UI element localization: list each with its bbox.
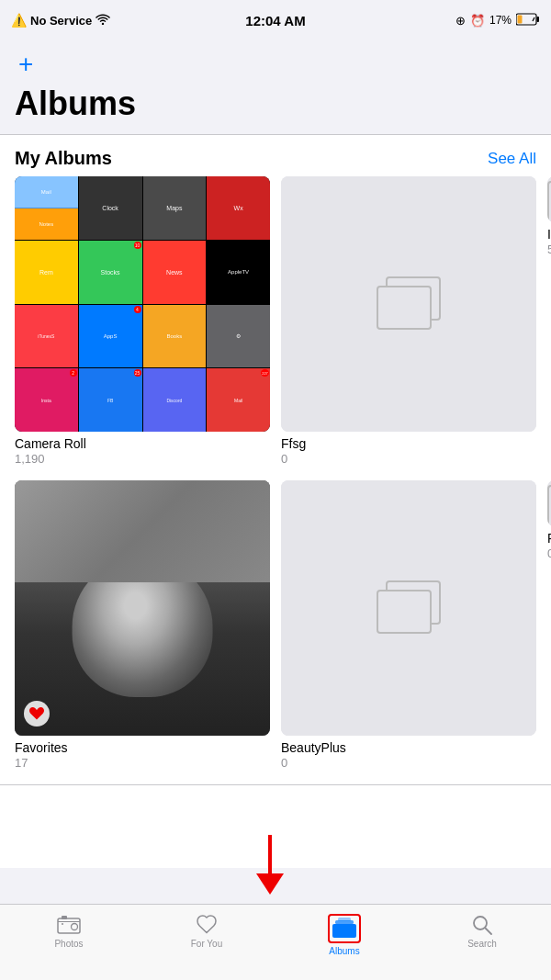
svg-rect-3	[518, 15, 523, 23]
svg-rect-2	[537, 17, 540, 22]
album-p-empty	[547, 480, 551, 526]
albums-content: My Albums See All Mail Notes Clock Maps …	[0, 135, 551, 868]
grid-cell: Rem	[15, 241, 78, 304]
grid-cell: Maps	[143, 176, 207, 240]
svg-rect-7	[58, 918, 80, 933]
tab-albums-label: Albums	[329, 946, 359, 956]
alarm-icon: ⏰	[470, 14, 485, 28]
grid-cell: 4 AppS	[79, 305, 142, 368]
tab-photos[interactable]: Photos	[37, 914, 101, 949]
album-ir-empty	[547, 176, 551, 222]
status-left: ⚠️ No Service	[11, 13, 110, 28]
albums-tab-highlight	[328, 914, 361, 943]
status-time: 12:04 AM	[245, 13, 305, 28]
album-beautyplus[interactable]: BeautyPlus 0	[281, 480, 536, 770]
grid-cell: AppleTV	[207, 241, 270, 304]
search-icon	[469, 914, 495, 936]
grid-cell: 10 Stocks	[79, 241, 142, 304]
svg-line-4	[533, 17, 534, 21]
album-camera-roll-thumb: Mail Notes Clock Maps Wx Rem 10 Stocks N…	[15, 176, 270, 432]
album-beautyplus-empty	[281, 480, 536, 736]
album-p-name: P	[547, 531, 551, 546]
tab-for-you-label: For You	[191, 939, 222, 949]
grid-cell: Clock	[79, 176, 142, 240]
album-favorites[interactable]: Favorites 17	[15, 480, 270, 770]
svg-rect-14	[338, 918, 351, 921]
svg-marker-6	[256, 873, 284, 895]
grid-cell: 227 Mail	[207, 368, 270, 432]
album-ffsg-empty	[281, 176, 536, 432]
grid-cell: Books	[143, 305, 207, 368]
albums-row-1: Mail Notes Clock Maps Wx Rem 10 Stocks N…	[15, 176, 536, 466]
album-ir-partial[interactable]: Ir 5	[547, 176, 551, 466]
tab-search-label: Search	[467, 939, 497, 949]
tab-photos-label: Photos	[54, 939, 83, 949]
my-albums-section-header: My Albums See All	[0, 135, 551, 176]
tab-for-you[interactable]: For You	[174, 914, 239, 949]
svg-rect-12	[332, 924, 356, 938]
grid-cell: Discord	[143, 368, 207, 432]
album-favorites-name: Favorites	[15, 740, 270, 755]
grid-cell: Wx	[207, 176, 270, 240]
album-p-partial[interactable]: P 0	[547, 480, 551, 770]
grid-cell: 25 FB	[79, 368, 142, 432]
tab-bar: Photos For You Albums	[0, 904, 551, 980]
battery-percent: 17%	[489, 14, 512, 27]
albums-icon	[332, 918, 357, 940]
svg-line-16	[486, 929, 492, 935]
stack-front-p	[547, 485, 551, 526]
screen-lock-icon: ⊕	[455, 14, 466, 28]
svg-rect-9	[62, 916, 67, 919]
svg-point-11	[62, 923, 63, 925]
album-ffsg-name: Ffsg	[281, 436, 536, 451]
album-beautyplus-count: 0	[281, 756, 536, 770]
album-favorites-thumb	[15, 480, 270, 736]
album-ffsg[interactable]: Ffsg 0	[281, 176, 536, 466]
album-ffsg-count: 0	[281, 452, 536, 466]
down-arrow-annotation	[242, 835, 298, 899]
header: + Albums	[0, 40, 551, 134]
grid-cell: ⚙	[207, 305, 270, 368]
album-ir-name: Ir	[547, 227, 551, 242]
svg-rect-8	[58, 921, 80, 922]
stack-front	[377, 286, 432, 330]
stack-front-beauty	[377, 590, 432, 634]
grid-cell: 2 Insta	[15, 368, 78, 432]
for-you-icon	[194, 914, 219, 936]
my-albums-title: My Albums	[15, 148, 112, 169]
svg-point-0	[102, 23, 104, 25]
album-camera-roll-name: Camera Roll	[15, 436, 270, 451]
grid-cell: Mail Notes	[15, 176, 78, 240]
stack-icon	[377, 276, 441, 332]
stack-front-ir	[547, 181, 551, 222]
albums-row-2: Favorites 17 BeautyPlus 0	[15, 480, 536, 770]
tab-search[interactable]: Search	[450, 914, 514, 949]
favorites-photo	[15, 480, 270, 736]
album-p-count: 0	[547, 546, 551, 560]
page-title: Albums	[15, 84, 536, 123]
photos-icon	[56, 914, 82, 936]
albums-grid: Mail Notes Clock Maps Wx Rem 10 Stocks N…	[0, 176, 551, 784]
wifi-icon	[96, 13, 110, 28]
see-all-button[interactable]: See All	[488, 150, 536, 168]
album-beautyplus-name: BeautyPlus	[281, 740, 536, 755]
stack-icon-p	[547, 480, 551, 526]
album-camera-roll[interactable]: Mail Notes Clock Maps Wx Rem 10 Stocks N…	[15, 176, 270, 466]
album-p-thumb	[547, 480, 551, 526]
add-button[interactable]: +	[15, 48, 37, 81]
album-camera-roll-count: 1,190	[15, 452, 270, 466]
svg-point-10	[72, 924, 78, 930]
battery-icon	[516, 13, 540, 28]
section-divider	[0, 784, 551, 785]
album-ir-count: 5	[547, 242, 551, 256]
grid-cell: News	[143, 241, 207, 304]
warning-icon: ⚠️	[11, 13, 27, 28]
album-beautyplus-thumb	[281, 480, 536, 736]
stack-icon-beauty	[377, 580, 441, 636]
tab-albums[interactable]: Albums	[312, 914, 377, 956]
grid-cell: iTunesS	[15, 305, 78, 368]
no-service-text: No Service	[30, 14, 92, 28]
status-bar: ⚠️ No Service 12:04 AM ⊕ ⏰ 17%	[0, 0, 551, 40]
heart-badge	[24, 701, 50, 727]
album-ir-thumb	[547, 176, 551, 222]
